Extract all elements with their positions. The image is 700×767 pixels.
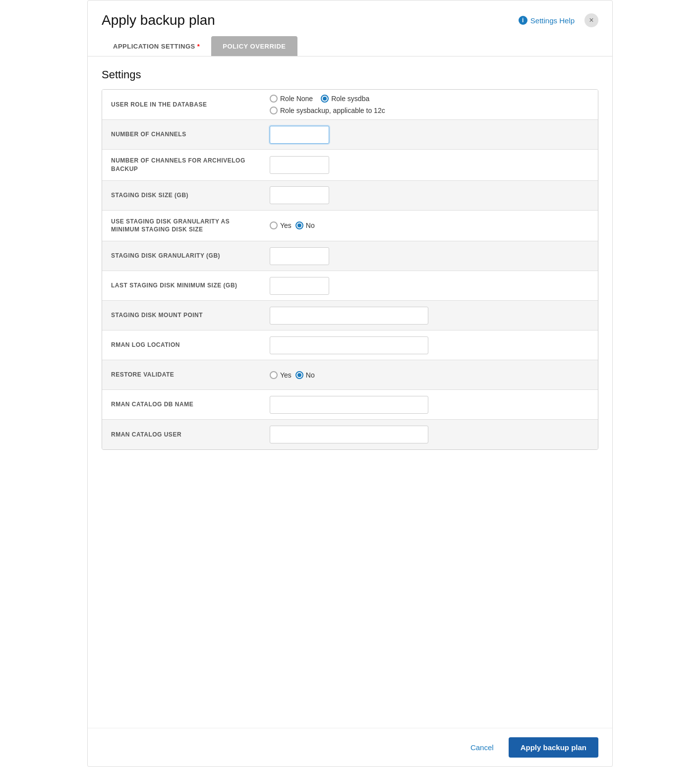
settings-help-link[interactable]: i Settings Help — [519, 16, 575, 25]
input-num-channels[interactable] — [270, 126, 329, 144]
modal-header: Apply backup plan i Settings Help × — [88, 0, 612, 36]
label-staging-disk-granularity: STAGING DISK GRANULARITY (GB) — [102, 245, 261, 267]
label-rman-catalog-user: RMAN CATALOG USER — [102, 424, 261, 446]
tab-policy-override[interactable]: POLICY OVERRIDE — [211, 36, 297, 56]
row-rman-log-location: RMAN LOG LOCATION — [102, 330, 598, 360]
control-num-channels — [261, 121, 598, 149]
radio-role-sysbackup[interactable]: Role sysbackup, applicable to 12c — [270, 107, 385, 114]
radio-label-rv-no: No — [306, 371, 315, 379]
cancel-button[interactable]: Cancel — [464, 739, 501, 756]
radio-rv-no[interactable]: No — [295, 371, 315, 379]
radios-user-role: Role None Role sysdba Role sysbackup, ap… — [270, 95, 385, 114]
radio-rv-yes[interactable]: Yes — [270, 371, 292, 379]
radio-label-role-sysdba: Role sysdba — [331, 95, 369, 103]
settings-help-label: Settings Help — [530, 16, 575, 25]
label-staging-disk-size: STAGING DISK SIZE (GB) — [102, 184, 261, 207]
tab-application-settings[interactable]: APPLICATION SETTINGS* — [102, 36, 211, 56]
radio-circle-role-sysbackup — [270, 107, 278, 114]
row-last-staging-disk-min-size: LAST STAGING DISK MINIMUM SIZE (GB) — [102, 271, 598, 301]
input-num-channels-archivelog[interactable] — [270, 156, 329, 174]
input-rman-log-location[interactable] — [270, 336, 428, 354]
info-icon: i — [519, 16, 527, 25]
control-rman-catalog-user — [261, 421, 598, 448]
control-rman-catalog-db-name — [261, 391, 598, 419]
input-rman-catalog-db-name[interactable] — [270, 396, 428, 414]
tab-application-settings-label: APPLICATION SETTINGS — [113, 43, 195, 50]
control-use-staging-disk-granularity: Yes No — [261, 217, 598, 234]
radio-granularity-no[interactable]: No — [295, 221, 315, 229]
label-restore-validate: RESTORE VALIDATE — [102, 364, 261, 386]
radio-circle-rv-no — [295, 371, 303, 379]
control-last-staging-disk-min-size — [261, 272, 598, 300]
radio-group-restore-validate: Yes No — [270, 371, 315, 379]
control-staging-disk-granularity — [261, 242, 598, 270]
radio-circle-granularity-no — [295, 221, 303, 229]
control-num-channels-archivelog — [261, 151, 598, 179]
label-num-channels-archivelog: NUMBER OF CHANNELS FOR ARCHIVELOG BACKUP — [102, 150, 261, 180]
row-rman-catalog-user: RMAN CATALOG USER — [102, 420, 598, 449]
row-rman-catalog-db-name: RMAN CATALOG DB NAME — [102, 390, 598, 420]
radio-role-sysdba[interactable]: Role sysdba — [321, 95, 369, 103]
tab-policy-override-label: POLICY OVERRIDE — [223, 43, 286, 50]
radio-label-rv-yes: Yes — [280, 371, 292, 379]
control-staging-disk-mount-point — [261, 302, 598, 329]
modal: Apply backup plan i Settings Help × APPL… — [87, 0, 613, 767]
required-star: * — [197, 43, 200, 50]
label-user-role: USER ROLE IN THE DATABASE — [102, 94, 261, 116]
modal-body: Settings USER ROLE IN THE DATABASE Role … — [88, 56, 612, 728]
control-rman-log-location — [261, 331, 598, 359]
control-restore-validate: Yes No — [261, 366, 598, 384]
apply-button[interactable]: Apply backup plan — [509, 737, 598, 758]
radio-label-granularity-no: No — [306, 221, 315, 229]
radio-role-none[interactable]: Role None — [270, 95, 313, 103]
radio-circle-rv-yes — [270, 371, 278, 379]
modal-footer: Cancel Apply backup plan — [88, 728, 612, 767]
radio-label-role-none: Role None — [280, 95, 313, 103]
label-num-channels: NUMBER OF CHANNELS — [102, 123, 261, 146]
close-button[interactable]: × — [584, 13, 598, 27]
row-staging-disk-mount-point: STAGING DISK MOUNT POINT — [102, 301, 598, 330]
input-staging-disk-granularity[interactable] — [270, 247, 329, 265]
label-staging-disk-mount-point: STAGING DISK MOUNT POINT — [102, 304, 261, 327]
radio-circle-role-none — [270, 95, 278, 103]
input-staging-disk-mount-point[interactable] — [270, 307, 428, 325]
modal-title: Apply backup plan — [102, 12, 215, 28]
radio-group-granularity: Yes No — [270, 221, 315, 229]
radio-label-granularity-yes: Yes — [280, 221, 292, 229]
label-rman-catalog-db-name: RMAN CATALOG DB NAME — [102, 393, 261, 416]
settings-table: USER ROLE IN THE DATABASE Role None Role… — [102, 89, 598, 450]
row-restore-validate: RESTORE VALIDATE Yes No — [102, 360, 598, 390]
radio-granularity-yes[interactable]: Yes — [270, 221, 292, 229]
row-user-role: USER ROLE IN THE DATABASE Role None Role… — [102, 90, 598, 120]
label-use-staging-disk-granularity: USE STAGING DISK GRANULARITY AS MINIMUM … — [102, 211, 261, 241]
radio-circle-granularity-yes — [270, 221, 278, 229]
row-num-channels: NUMBER OF CHANNELS — [102, 120, 598, 150]
control-staging-disk-size — [261, 181, 598, 209]
section-title: Settings — [102, 68, 598, 81]
input-staging-disk-size[interactable] — [270, 186, 329, 204]
radio-circle-role-sysdba — [321, 95, 329, 103]
label-rman-log-location: RMAN LOG LOCATION — [102, 334, 261, 356]
input-last-staging-disk-min-size[interactable] — [270, 277, 329, 295]
row-use-staging-disk-granularity: USE STAGING DISK GRANULARITY AS MINIMUM … — [102, 211, 598, 242]
input-rman-catalog-user[interactable] — [270, 426, 428, 443]
radio-label-role-sysbackup: Role sysbackup, applicable to 12c — [280, 107, 385, 114]
label-last-staging-disk-min-size: LAST STAGING DISK MINIMUM SIZE (GB) — [102, 274, 261, 297]
header-right: i Settings Help × — [519, 13, 598, 27]
row-staging-disk-size: STAGING DISK SIZE (GB) — [102, 181, 598, 211]
row-num-channels-archivelog: NUMBER OF CHANNELS FOR ARCHIVELOG BACKUP — [102, 150, 598, 181]
control-user-role: Role None Role sysdba Role sysbackup, ap… — [261, 90, 598, 119]
row-staging-disk-granularity: STAGING DISK GRANULARITY (GB) — [102, 241, 598, 271]
tabs-bar: APPLICATION SETTINGS* POLICY OVERRIDE — [88, 36, 612, 56]
